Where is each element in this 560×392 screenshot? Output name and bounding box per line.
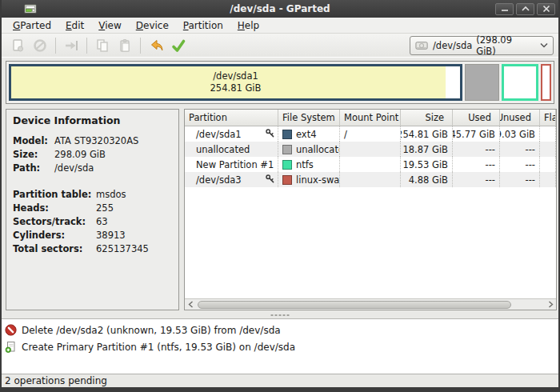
device-info-row: Size:298.09 GiB xyxy=(13,148,175,162)
toolbar-separator xyxy=(55,38,56,54)
title-bar[interactable]: /dev/sda - GParted xyxy=(2,0,558,18)
cell-unused: --- xyxy=(500,157,540,172)
cell-filesystem: ntfs xyxy=(278,157,340,172)
disk-icon xyxy=(415,40,429,51)
pane-splitter[interactable] xyxy=(2,312,558,318)
partition-table-header: PartitionFile SystemMount PointSizeUsedU… xyxy=(185,110,556,126)
undo-icon xyxy=(148,38,164,54)
create-operation-icon xyxy=(5,341,17,353)
column-header-partition[interactable]: Partition xyxy=(185,110,278,126)
chevron-down-icon xyxy=(540,42,548,48)
partition-list-panel: PartitionFile SystemMount PointSizeUsedU… xyxy=(184,109,557,310)
device-info-row: Partition table:msdos xyxy=(13,188,175,202)
device-info-row: Model:ATA ST9320320AS xyxy=(13,134,175,148)
cell-size: 254.81 GiB xyxy=(401,126,453,142)
locked-key-icon xyxy=(265,174,275,186)
device-selector[interactable]: /dev/sda (298.09 GiB) xyxy=(410,36,554,55)
column-header-size[interactable]: Size xyxy=(401,110,453,126)
disk-segment-sda1[interactable]: /dev/sda1 254.81 GiB xyxy=(9,64,462,101)
partition-row--dev-sda3[interactable]: /dev/sda3linux-swap4.88 GiB------ xyxy=(185,172,556,187)
device-selector-path: /dev/sda xyxy=(433,40,472,51)
cell-size: 19.53 GiB xyxy=(401,157,453,172)
operations-list: Delete /dev/sda2 (unknown, 19.53 GiB) fr… xyxy=(2,318,558,374)
column-header-used[interactable]: Used xyxy=(453,110,500,126)
toolbar: /dev/sda (298.09 GiB) xyxy=(2,34,558,58)
minimize-button[interactable] xyxy=(495,3,514,15)
undo-button[interactable] xyxy=(145,35,167,56)
main-area: Device Information Model:ATA ST9320320AS… xyxy=(2,107,558,312)
column-header-unused[interactable]: Unused xyxy=(500,110,540,126)
cell-partition: /dev/sda1 xyxy=(185,126,278,142)
copy-icon xyxy=(94,38,110,54)
new-partition-button[interactable] xyxy=(6,35,29,56)
splitter-grip-icon xyxy=(270,314,290,317)
toolbar-separator xyxy=(140,38,141,54)
cell-flags xyxy=(540,157,556,172)
filesystem-color-swatch xyxy=(282,145,292,154)
cell-mount-point xyxy=(340,157,401,172)
partition-row-unallocated[interactable]: unallocatedunallocated18.87 GiB------ xyxy=(185,142,556,157)
menu-bar: GPartedEditViewDevicePartitionHelp xyxy=(2,18,558,34)
paste-button[interactable] xyxy=(114,35,136,56)
operation-item: Create Primary Partition #1 (ntfs, 19.53… xyxy=(5,338,555,355)
cell-mount-point xyxy=(340,142,401,157)
cell-unused: --- xyxy=(500,142,540,157)
delete-partition-icon xyxy=(32,38,48,54)
cell-partition: unallocated xyxy=(185,142,278,157)
apply-check-icon xyxy=(170,38,186,54)
menu-item-device[interactable]: Device xyxy=(130,18,175,33)
delete-operation-icon xyxy=(5,324,17,336)
locked-key-icon xyxy=(265,128,275,141)
disk-segment-unallocated[interactable] xyxy=(465,64,499,101)
menu-item-gparted[interactable]: GParted xyxy=(6,18,58,33)
partition-table-body: /dev/sda1ext4/254.81 GiB245.77 GiB9.03 G… xyxy=(185,126,556,298)
device-info-title: Device Information xyxy=(13,114,175,126)
horizontal-scrollbar[interactable] xyxy=(185,298,556,310)
cell-partition: New Partition #1 xyxy=(185,157,278,172)
cell-flags xyxy=(540,172,556,187)
new-partition-icon xyxy=(10,38,26,54)
device-selector-size: (298.09 GiB) xyxy=(476,34,531,57)
cell-filesystem: ext4 xyxy=(278,126,340,142)
cell-used: --- xyxy=(453,172,500,187)
window-title: /dev/sda - GParted xyxy=(2,3,558,14)
device-info-panel: Device Information Model:ATA ST9320320AS… xyxy=(6,109,179,310)
column-header-mount-point[interactable]: Mount Point xyxy=(340,110,401,126)
scrollbar-track[interactable] xyxy=(196,299,545,310)
cell-used: --- xyxy=(453,157,500,172)
scrollbar-thumb[interactable] xyxy=(198,301,511,309)
column-header-file-system[interactable]: File System xyxy=(278,110,340,126)
disk-segment-linux-swap[interactable] xyxy=(541,64,551,101)
sda1-label-name: /dev/sda1 xyxy=(213,70,258,82)
cell-mount-point xyxy=(340,172,401,187)
operations-pending-status: 2 operations pending xyxy=(5,375,107,386)
copy-button[interactable] xyxy=(91,35,114,56)
menu-item-partition[interactable]: Partition xyxy=(177,18,230,33)
cell-unused: --- xyxy=(500,172,540,187)
partition-row--dev-sda1[interactable]: /dev/sda1ext4/254.81 GiB245.77 GiB9.03 G… xyxy=(185,126,556,142)
delete-partition-button[interactable] xyxy=(29,35,51,56)
column-header-flags[interactable]: Flags xyxy=(540,110,556,126)
paste-icon xyxy=(117,38,133,54)
apply-button[interactable] xyxy=(167,35,190,56)
partition-row-new-partition-1[interactable]: New Partition #1ntfs19.53 GiB------ xyxy=(185,157,556,172)
cell-flags xyxy=(540,126,556,142)
device-info-row: Cylinders:38913 xyxy=(13,229,175,242)
device-info-row: Heads:255 xyxy=(13,202,175,215)
device-info-groups: Model:ATA ST9320320ASSize:298.09 GiBPath… xyxy=(13,134,175,256)
sda1-label-size: 254.81 GiB xyxy=(210,82,262,94)
cell-partition: /dev/sda3 xyxy=(185,172,278,187)
resize-move-button[interactable] xyxy=(60,35,82,56)
filesystem-color-swatch xyxy=(282,130,292,139)
filesystem-color-swatch xyxy=(282,160,292,170)
menu-item-edit[interactable]: Edit xyxy=(59,18,90,33)
menu-item-help[interactable]: Help xyxy=(231,18,266,33)
cell-filesystem: linux-swap xyxy=(278,172,340,187)
disk-segment-new-ntfs[interactable] xyxy=(502,64,538,101)
close-button[interactable] xyxy=(537,3,555,15)
scroll-right-arrow-icon[interactable] xyxy=(545,299,556,310)
cell-mount-point: / xyxy=(340,126,401,142)
menu-item-view[interactable]: View xyxy=(92,18,127,33)
scroll-left-arrow-icon[interactable] xyxy=(185,299,196,310)
maximize-button[interactable] xyxy=(516,3,534,15)
